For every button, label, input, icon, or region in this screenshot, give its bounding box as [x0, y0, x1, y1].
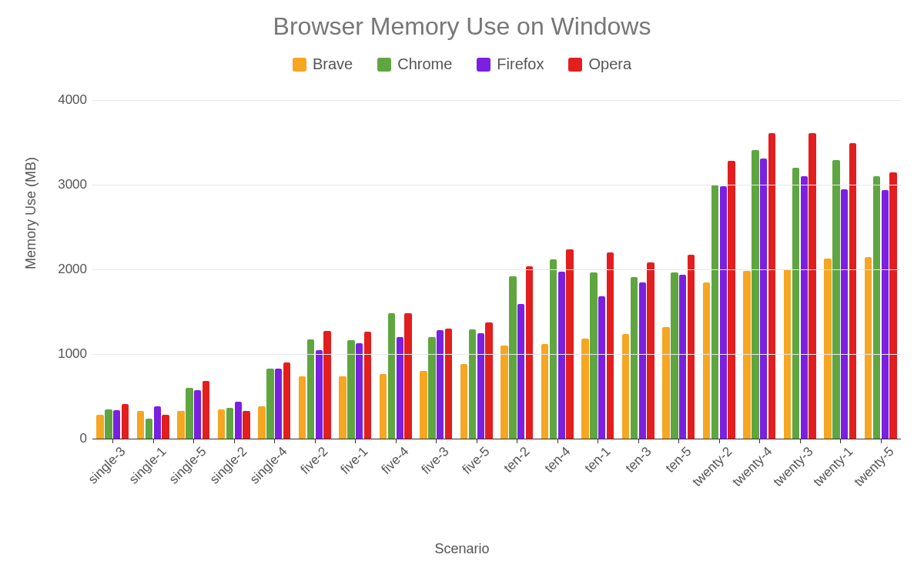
gridline	[92, 354, 901, 355]
bar	[323, 331, 330, 439]
bar	[509, 276, 516, 439]
y-tick-label: 1000	[50, 346, 87, 362]
gridline	[92, 269, 901, 270]
bar	[96, 415, 103, 439]
x-tick-label: ten-1	[579, 441, 614, 476]
bar	[541, 344, 548, 439]
bar	[235, 402, 242, 439]
chart-title: Browser Memory Use on Windows	[0, 12, 924, 41]
bar	[177, 411, 184, 439]
bar	[849, 143, 856, 439]
bar	[607, 252, 614, 439]
x-tick-label: ten-2	[498, 441, 534, 476]
bar	[832, 160, 839, 439]
bar	[146, 419, 152, 439]
bar	[404, 313, 411, 439]
x-axis-label: Scenario	[0, 541, 924, 557]
bar	[218, 409, 225, 439]
x-tick-label: ten-5	[660, 441, 695, 476]
bar	[590, 272, 597, 439]
legend-swatch	[568, 58, 582, 72]
bar	[469, 329, 476, 439]
bar	[760, 159, 767, 439]
bar	[275, 369, 282, 439]
bar	[824, 259, 831, 439]
bar	[647, 262, 654, 439]
bar	[122, 404, 129, 439]
bar	[752, 150, 758, 439]
bar	[364, 332, 371, 439]
bar	[380, 374, 387, 439]
bar	[186, 388, 192, 439]
x-tick-label: single-4	[244, 441, 290, 487]
legend-label: Opera	[588, 55, 631, 73]
bar	[841, 189, 848, 439]
bar	[485, 322, 492, 439]
x-tick-label: twenty-1	[808, 441, 857, 490]
y-tick-label: 0	[50, 431, 87, 446]
bar	[347, 340, 354, 439]
legend-swatch	[377, 58, 391, 72]
x-tick-label: five-2	[294, 441, 331, 478]
bar	[728, 161, 735, 439]
bar	[720, 186, 727, 439]
bar	[873, 176, 880, 439]
bar	[792, 168, 799, 439]
bar	[243, 411, 249, 439]
x-tick-label: ten-3	[619, 441, 654, 476]
x-tick-label: twenty-4	[727, 441, 776, 490]
legend-label: Brave	[313, 55, 353, 73]
bar	[500, 346, 507, 439]
bar	[203, 381, 209, 439]
bar	[598, 296, 605, 439]
x-tick-label: five-3	[416, 441, 453, 478]
x-tick-label: single-1	[122, 441, 169, 487]
legend: BraveChromeFirefoxOpera	[0, 55, 924, 75]
x-tick-label: twenty-2	[686, 441, 735, 490]
bar	[437, 330, 444, 439]
bar	[397, 337, 403, 439]
bar	[477, 333, 484, 439]
bar	[226, 408, 233, 439]
bar	[113, 410, 120, 439]
y-axis-label: Memory Use (MB)	[23, 157, 39, 269]
y-tick-label: 2000	[50, 262, 87, 277]
x-tick-label: single-2	[203, 441, 249, 487]
legend-item: Firefox	[477, 55, 544, 73]
bar	[283, 362, 290, 439]
bar	[445, 329, 452, 439]
chart: Browser Memory Use on Windows BraveChrom…	[0, 0, 924, 571]
bar	[194, 390, 201, 439]
bar	[420, 371, 427, 439]
bar	[889, 172, 896, 439]
bar	[428, 337, 435, 439]
legend-item: Brave	[293, 55, 353, 73]
x-tick-label: five-4	[375, 441, 412, 478]
bar	[711, 185, 718, 439]
bar	[631, 277, 638, 439]
bar	[550, 259, 557, 439]
legend-item: Opera	[568, 55, 631, 73]
x-tick-label: ten-4	[538, 441, 574, 476]
bar	[154, 406, 161, 439]
legend-label: Firefox	[497, 55, 544, 73]
legend-swatch	[477, 58, 490, 72]
bar	[865, 257, 872, 439]
bar	[566, 249, 573, 439]
gridline	[92, 185, 901, 185]
bar	[703, 282, 710, 439]
gridline	[92, 100, 901, 101]
bar	[258, 406, 265, 439]
y-tick-label: 4000	[50, 92, 87, 108]
bar	[622, 334, 629, 439]
plot-area: single-3single-1single-5single-2single-4…	[92, 100, 901, 439]
x-tick-label: single-3	[82, 441, 129, 487]
bar	[266, 369, 273, 439]
bar	[671, 272, 678, 439]
x-tick-label: five-5	[456, 441, 493, 478]
bar	[137, 411, 144, 439]
bar	[808, 133, 815, 439]
bar	[460, 364, 467, 439]
bar	[662, 327, 669, 439]
x-tick-label: five-1	[335, 441, 372, 478]
